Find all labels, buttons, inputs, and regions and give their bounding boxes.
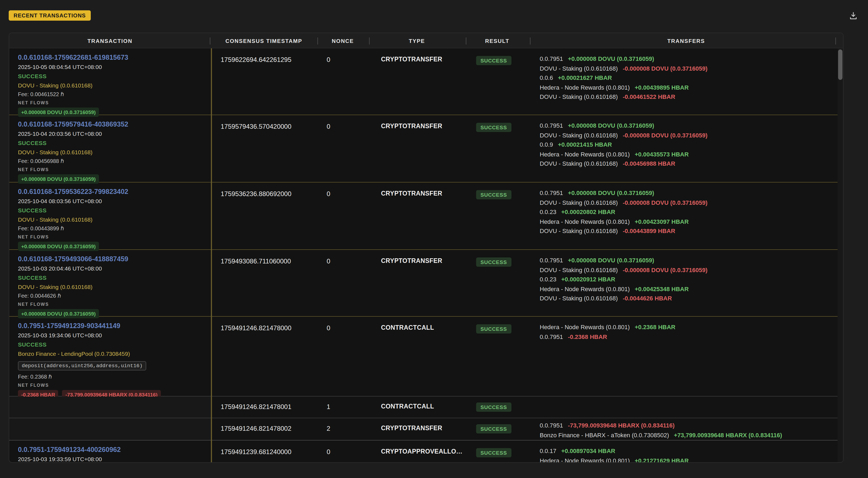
transfer-line: DOVU - Staking (0.0.610168)-0.000008 DOV… <box>540 198 843 208</box>
transfer-account[interactable]: Hedera - Node Rewards (0.0.801) <box>540 150 630 159</box>
nonce: 0 <box>317 49 369 115</box>
transfer-account[interactable]: Hedera - Node Rewards (0.0.801) <box>540 83 630 92</box>
transfers-cell: 0.0.7951+0.000008 DOVU (0.0.3716059) DOV… <box>530 49 843 115</box>
transaction-type: CRYPTOTRANSFER <box>369 183 466 249</box>
transaction-fee: Fee: 0.0044626 ℏ <box>18 293 203 299</box>
transfer-account[interactable]: DOVU - Staking (0.0.610168) <box>540 198 618 208</box>
transaction-link[interactable]: 0.0.610168-1759622681-619815673 <box>18 54 203 61</box>
transfer-account[interactable]: DOVU - Staking (0.0.610168) <box>540 64 618 73</box>
transfer-account[interactable]: DOVU - Staking (0.0.610168) <box>540 92 618 102</box>
transfer-line: DOVU - Staking (0.0.610168)-0.00443899 H… <box>540 226 843 236</box>
transfer-amount: -0.000008 DOVU (0.0.3716059) <box>623 198 707 208</box>
transfer-amount: +0.21271629 HBAR <box>634 456 689 462</box>
entity-link[interactable]: Bonzo Finance - LendingPool (0.0.7308459… <box>18 350 203 357</box>
consensus-timestamp: 1759491246.821478002 <box>211 418 317 440</box>
transaction-link[interactable]: 0.0.610168-1759536223-799823402 <box>18 188 203 195</box>
result-badge: SUCCESS <box>476 424 511 434</box>
scrollbar-thumb[interactable] <box>838 50 842 80</box>
transfer-account[interactable]: Hedera - Node Rewards (0.0.801) <box>540 323 630 332</box>
transaction-row[interactable]: 0.0.7951-1759491234-400260962 2025-10-03… <box>9 441 843 462</box>
transaction-child-row[interactable]: 1759491246.821478001 1 CONTRACTCALL SUCC… <box>9 396 843 418</box>
result-cell: SUCCESS <box>466 317 530 396</box>
transfer-account[interactable]: 0.0.7951 <box>540 189 563 198</box>
transfers-cell: 0.0.7951+0.000008 DOVU (0.0.3716059) DOV… <box>530 183 843 249</box>
transfer-amount: -0.2368 HBAR <box>568 332 607 342</box>
entity-link[interactable]: DOVU - Staking (0.0.610168) <box>18 82 203 89</box>
download-button[interactable] <box>848 11 858 21</box>
net-flows-label: NET FLOWS <box>18 100 203 105</box>
transfer-account[interactable]: 0.0.7951 <box>540 121 563 131</box>
transaction-child-row[interactable]: 1759491246.821478002 2 CRYPTOTRANSFER SU… <box>9 418 843 441</box>
transfer-account[interactable]: 0.0.7951 <box>540 54 563 64</box>
transfer-amount: +0.00020912 HBAR <box>561 275 615 284</box>
transfer-account[interactable]: Hedera - Node Rewards (0.0.801) <box>540 456 630 462</box>
header-divider <box>369 37 370 44</box>
table-body: 0.0.610168-1759622681-619815673 2025-10-… <box>9 49 843 462</box>
transaction-fee: Fee: 0.00461522 ℏ <box>18 91 203 97</box>
transaction-link[interactable]: 0.0.610168-1759493066-418887459 <box>18 255 203 263</box>
transaction-cell: 0.0.7951-1759491239-903441149 2025-10-03… <box>9 317 211 396</box>
transfers-cell <box>530 396 843 418</box>
entity-link[interactable]: DOVU - Staking (0.0.610168) <box>18 284 203 290</box>
transfer-account[interactable]: 0.0.17 <box>540 446 556 456</box>
column-header-type: TYPE <box>369 33 465 48</box>
transfer-line: Hedera - Node Rewards (0.0.801)+0.004230… <box>540 217 843 226</box>
transfer-amount: +0.00439895 HBAR <box>634 83 689 92</box>
transaction-row[interactable]: 0.0.7951-1759491239-903441149 2025-10-03… <box>9 317 843 396</box>
transaction-row[interactable]: 0.0.610168-1759579416-403869352 2025-10-… <box>9 115 843 183</box>
entity-link[interactable]: DOVU - Staking (0.0.610168) <box>18 149 203 155</box>
transfer-account[interactable]: DOVU - Staking (0.0.610168) <box>540 159 618 169</box>
transfer-account[interactable]: 0.0.7951 <box>540 332 563 342</box>
transfer-account[interactable]: Hedera - Node Rewards (0.0.801) <box>540 284 630 294</box>
transaction-link[interactable]: 0.0.7951-1759491234-400260962 <box>18 446 203 453</box>
column-header-nonce: NONCE <box>317 33 369 48</box>
transfer-amount: -0.0044626 HBAR <box>623 294 672 304</box>
result-badge: SUCCESS <box>476 123 511 132</box>
transaction-cell: 0.0.610168-1759493066-418887459 2025-10-… <box>9 250 211 316</box>
transfer-line: DOVU - Staking (0.0.610168)-0.00456988 H… <box>540 159 843 169</box>
transfer-line: 0.0.6+0.00021627 HBAR <box>540 73 843 83</box>
recent-transactions-badge[interactable]: RECENT TRANSACTIONS <box>9 10 91 21</box>
transaction-row[interactable]: 0.0.610168-1759622681-619815673 2025-10-… <box>9 49 843 115</box>
transfer-account[interactable]: 0.0.23 <box>540 275 556 284</box>
transaction-link[interactable]: 0.0.610168-1759579416-403869352 <box>18 121 203 128</box>
transfer-account[interactable]: DOVU - Staking (0.0.610168) <box>540 294 618 304</box>
transfer-account[interactable]: 0.0.7951 <box>540 256 563 265</box>
transfer-line: 0.0.7951-0.2368 HBAR <box>540 332 843 342</box>
transfer-account[interactable]: DOVU - Staking (0.0.610168) <box>540 226 618 236</box>
transaction-link[interactable]: 0.0.7951-1759491239-903441149 <box>18 322 203 330</box>
result-badge: SUCCESS <box>476 257 511 267</box>
transaction-cell <box>9 418 211 440</box>
consensus-timestamp: 1759491246.821478000 <box>211 317 317 396</box>
transfer-line: 0.0.7951+0.000008 DOVU (0.0.3716059) <box>540 256 843 265</box>
consensus-timestamp: 1759491246.821478001 <box>211 396 317 418</box>
transfer-line: DOVU - Staking (0.0.610168)-0.000008 DOV… <box>540 131 843 140</box>
net-flow-badge: +0.000008 DOVU (0.0.3716059) <box>18 242 99 251</box>
transfer-amount: +0.000008 DOVU (0.0.3716059) <box>568 54 654 64</box>
transaction-row[interactable]: 0.0.610168-1759536223-799823402 2025-10-… <box>9 183 843 250</box>
consensus-timestamp: 1759622694.642261295 <box>211 49 317 115</box>
transfer-account[interactable]: 0.0.7951 <box>540 421 563 431</box>
entity-link[interactable]: DOVU - Staking (0.0.610168) <box>18 216 203 223</box>
net-flows-label: NET FLOWS <box>18 235 203 240</box>
transfer-account[interactable]: Hedera - Node Rewards (0.0.801) <box>540 217 630 226</box>
transfer-line: Hedera - Node Rewards (0.0.801)+0.004398… <box>540 83 843 92</box>
nonce: 0 <box>317 183 369 249</box>
header-divider <box>210 37 210 44</box>
transfer-line: 0.0.17+0.00897034 HBAR <box>540 446 843 456</box>
download-icon <box>849 11 858 20</box>
transaction-row[interactable]: 0.0.610168-1759493066-418887459 2025-10-… <box>9 250 843 317</box>
transfer-line: Hedera - Node Rewards (0.0.801)+0.212716… <box>540 456 843 462</box>
result-badge: SUCCESS <box>476 190 511 199</box>
transfer-account[interactable]: Bonzo Finance - HBARX - aToken (0.0.7308… <box>540 431 669 440</box>
transfer-account[interactable]: 0.0.23 <box>540 208 556 217</box>
transfer-account[interactable]: DOVU - Staking (0.0.610168) <box>540 265 618 275</box>
transfer-account[interactable]: 0.0.9 <box>540 140 553 150</box>
transaction-cell: 0.0.7951-1759491234-400260962 2025-10-03… <box>9 441 211 462</box>
result-cell: SUCCESS <box>466 250 530 316</box>
vertical-scrollbar[interactable] <box>838 49 843 462</box>
transfer-account[interactable]: 0.0.6 <box>540 73 553 83</box>
transfer-line: 0.0.23+0.00020802 HBAR <box>540 208 843 217</box>
transfer-account[interactable]: DOVU - Staking (0.0.610168) <box>540 131 618 140</box>
transfer-line: 0.0.7951+0.000008 DOVU (0.0.3716059) <box>540 121 843 131</box>
